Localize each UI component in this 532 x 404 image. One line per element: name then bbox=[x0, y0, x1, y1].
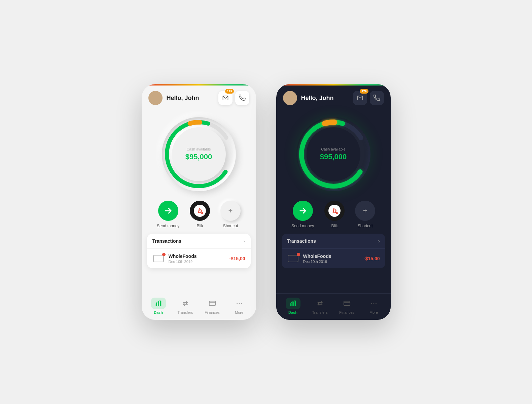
finances-icon-wrap bbox=[205, 298, 220, 309]
dash-icon-wrap bbox=[151, 298, 166, 309]
svg-point-1 bbox=[151, 100, 160, 105]
nav-more-label: More bbox=[235, 310, 243, 314]
dark-card-dot bbox=[297, 253, 300, 256]
dark-blik-logo: b bbox=[328, 205, 341, 217]
dark-dash-icon-wrap bbox=[286, 298, 300, 309]
blik-action[interactable]: b Blik bbox=[190, 201, 210, 228]
svg-rect-26 bbox=[294, 301, 296, 306]
transaction-date: Dec 10th 2019 bbox=[169, 260, 225, 264]
dark-send-money-button[interactable] bbox=[293, 201, 313, 221]
dark-blik-button[interactable]: b bbox=[324, 201, 345, 221]
shortcut-button[interactable]: + bbox=[220, 201, 241, 221]
svg-rect-24 bbox=[290, 303, 291, 306]
header-icons: 179 bbox=[218, 91, 249, 105]
light-phone: Hello, John 179 bbox=[142, 84, 256, 320]
dark-nav-dash[interactable]: Dash bbox=[283, 298, 303, 314]
transaction-row[interactable]: WholeFoods Dec 10th 2019 -$15,00 bbox=[147, 249, 251, 268]
dark-quick-actions: Send money b Blik + Shortcut bbox=[276, 198, 391, 234]
gauge-section: Cash available $95,000 bbox=[142, 110, 256, 198]
card-icon bbox=[153, 255, 164, 262]
header: Hello, John 179 bbox=[142, 86, 256, 110]
dark-nav-more-label: More bbox=[369, 310, 378, 314]
dark-nav-finances[interactable]: Finances bbox=[337, 298, 357, 314]
svg-point-14 bbox=[239, 303, 240, 304]
svg-point-33 bbox=[376, 303, 377, 304]
blik-icon: b bbox=[194, 205, 206, 217]
transactions-header: Transactions › bbox=[147, 234, 251, 249]
svg-rect-7 bbox=[158, 302, 159, 306]
blik-button[interactable]: b bbox=[190, 201, 210, 221]
dark-gauge-outer: Cash available $95,000 bbox=[296, 117, 370, 191]
transfers-icon-wrap bbox=[178, 298, 193, 309]
dark-transactions-chevron[interactable]: › bbox=[378, 238, 380, 244]
transaction-info: WholeFoods Dec 10th 2019 bbox=[169, 254, 225, 264]
dark-transaction-date: Dec 10th 2019 bbox=[303, 260, 360, 264]
dark-transaction-name: WholeFoods bbox=[303, 254, 360, 259]
gauge-outer: Cash available $95,000 bbox=[162, 117, 236, 191]
dark-plus-icon: + bbox=[363, 206, 367, 215]
dark-phone: Hello, John 179 bbox=[276, 84, 391, 320]
transactions-section: Transactions › WholeFoods Dec 10th 2019 … bbox=[147, 234, 251, 268]
phone-button[interactable] bbox=[235, 91, 249, 105]
plus-icon: + bbox=[228, 206, 233, 215]
dark-transaction-icon bbox=[287, 254, 299, 263]
nav-dash[interactable]: Dash bbox=[148, 298, 169, 314]
nav-more[interactable]: More bbox=[229, 298, 249, 314]
svg-point-31 bbox=[371, 303, 372, 304]
nav-transfers[interactable]: Transfers bbox=[175, 298, 196, 314]
dark-finances-icon-wrap bbox=[340, 298, 354, 309]
dark-avatar bbox=[283, 91, 297, 105]
dark-transaction-row[interactable]: WholeFoods Dec 10th 2019 -$15,00 bbox=[282, 249, 385, 268]
dark-phone-button[interactable] bbox=[370, 91, 384, 105]
transactions-title: Transactions bbox=[152, 238, 181, 244]
gauge-svg bbox=[162, 117, 236, 191]
svg-point-16 bbox=[287, 93, 293, 99]
dark-blik-label: Blik bbox=[331, 224, 338, 228]
dark-bottom-nav: Dash Transfers Finances bbox=[276, 293, 391, 320]
transaction-icon bbox=[152, 254, 165, 263]
dark-card-icon bbox=[288, 255, 298, 262]
nav-dash-label: Dash bbox=[154, 310, 163, 314]
send-money-action[interactable]: Send money bbox=[157, 201, 179, 228]
dark-notification-badge: 179 bbox=[360, 89, 368, 94]
svg-rect-29 bbox=[344, 301, 350, 306]
avatar bbox=[148, 91, 163, 105]
dark-messages-button[interactable]: 179 bbox=[353, 91, 367, 105]
dark-blik-icon: b bbox=[328, 205, 341, 217]
dark-nav-more[interactable]: More bbox=[364, 298, 384, 314]
shortcut-action[interactable]: + Shortcut bbox=[220, 201, 241, 228]
dark-nav-finances-label: Finances bbox=[339, 310, 354, 314]
more-icon-wrap bbox=[232, 298, 247, 309]
bottom-nav: Dash Transfers Finances bbox=[142, 294, 256, 320]
send-money-button[interactable] bbox=[158, 201, 178, 221]
card-dot bbox=[162, 253, 166, 256]
dark-header: Hello, John 179 bbox=[276, 86, 391, 110]
dark-send-money-action[interactable]: Send money bbox=[291, 201, 314, 228]
dark-transactions-title: Transactions bbox=[287, 238, 316, 244]
send-money-label: Send money bbox=[157, 224, 179, 228]
dark-send-money-label: Send money bbox=[291, 224, 314, 228]
dark-nav-dash-label: Dash bbox=[288, 310, 297, 314]
dark-nav-transfers[interactable]: Transfers bbox=[310, 298, 330, 314]
transaction-name: WholeFoods bbox=[169, 254, 225, 259]
dark-shortcut-action[interactable]: + Shortcut bbox=[355, 201, 375, 228]
dark-blik-action[interactable]: b Blik bbox=[324, 201, 345, 228]
dark-transfers-icon-wrap bbox=[313, 298, 327, 309]
messages-button[interactable]: 179 bbox=[218, 91, 233, 105]
dark-transaction-amount: -$15,00 bbox=[364, 256, 380, 261]
dark-transactions-header: Transactions › bbox=[282, 234, 385, 249]
dark-header-icons: 179 bbox=[353, 91, 384, 105]
dark-gauge-svg bbox=[296, 117, 370, 191]
dark-shortcut-button[interactable]: + bbox=[355, 201, 375, 221]
svg-point-13 bbox=[237, 303, 238, 304]
svg-rect-25 bbox=[292, 302, 294, 306]
dark-more-icon-wrap bbox=[366, 298, 381, 309]
dark-shortcut-label: Shortcut bbox=[358, 224, 373, 228]
svg-point-15 bbox=[241, 303, 242, 304]
dark-transaction-info: WholeFoods Dec 10th 2019 bbox=[303, 254, 360, 264]
nav-finances[interactable]: Finances bbox=[202, 298, 222, 314]
svg-point-32 bbox=[373, 303, 374, 304]
notification-badge: 179 bbox=[225, 89, 234, 94]
nav-transfers-label: Transfers bbox=[177, 310, 193, 314]
transactions-chevron[interactable]: › bbox=[244, 238, 245, 244]
